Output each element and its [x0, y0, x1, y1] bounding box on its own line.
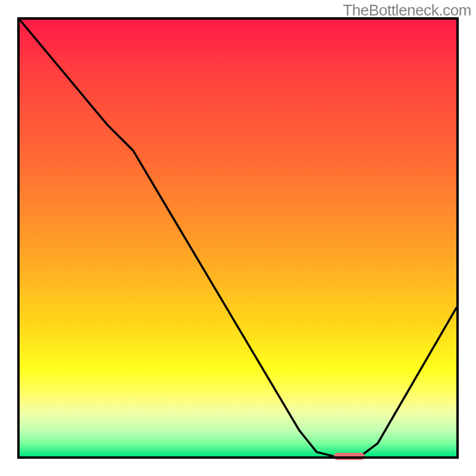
plot-area — [17, 17, 459, 459]
plot-border — [17, 17, 459, 459]
chart-frame: TheBottleneck.com — [0, 0, 476, 476]
